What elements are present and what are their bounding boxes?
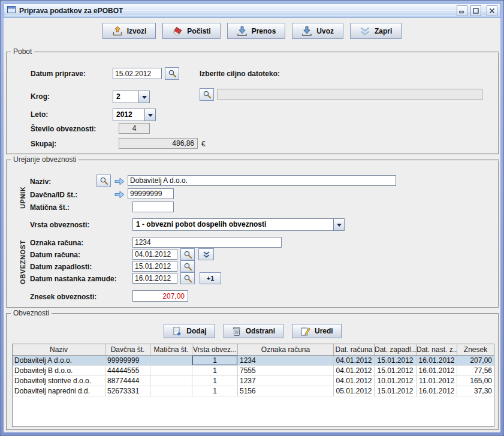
cell-davcna[interactable]: 88774444 (105, 376, 150, 386)
minimize-icon (459, 8, 465, 14)
cell-maticna[interactable] (150, 376, 192, 386)
app-icon (7, 5, 16, 17)
target-file-lookup-button[interactable] (200, 88, 214, 101)
znesek-input[interactable] (132, 290, 188, 302)
izvozi-label: Izvozi (127, 27, 147, 35)
column-header-dat-racuna[interactable]: Dat. računa (334, 344, 375, 355)
close-button[interactable] (487, 5, 497, 16)
cell-naziv[interactable]: Dobavitelj B d.o.o. (13, 366, 105, 376)
table-row[interactable]: Dobavitelj napredni d.d. 52673331 1 5156… (13, 386, 494, 396)
naziv-lookup-button[interactable] (96, 175, 111, 187)
table-row[interactable]: Dobavitelj storitve d.o.o. 88774444 1 12… (13, 376, 494, 386)
cell-znesek[interactable]: 207,00 (457, 356, 494, 366)
cell-naziv[interactable]: Dobavitelj storitve d.o.o. (13, 376, 105, 386)
stevilo-obveznosti-field (119, 123, 150, 134)
cell-dat-zapadl[interactable]: 10.01.2012 (375, 376, 417, 386)
naziv-input[interactable] (128, 175, 396, 186)
odstrani-button[interactable]: Odstrani (224, 324, 283, 338)
datum-zapadlosti-input[interactable] (132, 261, 177, 272)
obveznost-vertical-label: OBVEZNOST (19, 240, 26, 284)
cell-maticna[interactable] (150, 356, 192, 366)
cell-znesek[interactable]: 77,56 (457, 366, 494, 376)
vrsta-obveznosti-select[interactable]: 1 - obvezni pobot dospelih obveznosti (132, 218, 345, 231)
column-header-naziv[interactable]: Naziv (13, 344, 105, 355)
column-header-maticna[interactable]: Matična št. (150, 344, 192, 355)
leto-select[interactable]: 2012 (113, 109, 156, 121)
cell-davcna[interactable]: 99999999 (105, 356, 150, 366)
column-header-dat-nast[interactable]: Dat. nast. z... (417, 344, 457, 355)
column-header-vrsta[interactable]: Vrsta obvez... (192, 344, 238, 355)
cell-dat-racuna[interactable]: 04.01.2012 (334, 366, 375, 376)
skupaj-label: Skupaj: (31, 140, 56, 148)
cell-vrsta[interactable]: 1 (192, 356, 238, 366)
cell-oznaka[interactable]: 1237 (238, 376, 334, 386)
cell-dat-zapadl[interactable]: 15.01.2012 (375, 386, 417, 396)
export-icon (112, 26, 123, 37)
maximize-button[interactable] (470, 5, 481, 16)
pobot-group: Pobot Datum priprave: Izberite ciljno da… (6, 52, 499, 155)
datum-priprave-lookup-button[interactable] (165, 67, 179, 80)
uvoz-button[interactable]: Uvoz (292, 23, 343, 39)
cell-vrsta[interactable]: 1 (192, 386, 238, 396)
cell-davcna[interactable]: 44444555 (105, 366, 150, 376)
cell-vrsta[interactable]: 1 (192, 366, 238, 376)
krog-select[interactable]: 2 (113, 91, 150, 103)
cell-dat-racuna[interactable]: 04.01.2012 (334, 356, 375, 366)
magnifier-icon (183, 250, 192, 259)
maticna-input[interactable] (132, 202, 174, 212)
trash-icon (232, 326, 242, 336)
cell-oznaka[interactable]: 5156 (238, 386, 334, 396)
cell-dat-nast[interactable]: 16.01.2012 (417, 356, 457, 366)
column-header-dat-zapadl[interactable]: Dat. zapadl... (375, 344, 417, 355)
datum-zapadlosti-label: Datum zapadlosti: (30, 263, 92, 271)
minimize-button[interactable] (457, 5, 467, 16)
cell-maticna[interactable] (150, 366, 192, 376)
datum-zamude-lookup-button[interactable] (180, 272, 195, 284)
cell-dat-zapadl[interactable]: 15.01.2012 (375, 356, 417, 366)
datum-priprave-input[interactable] (113, 68, 162, 79)
table-header: Naziv Davčna št. Matična št. Vrsta obvez… (13, 344, 494, 356)
cell-maticna[interactable] (150, 386, 192, 396)
cell-dat-nast[interactable]: 16.01.2012 (417, 386, 457, 396)
datum-racuna-label: Datum računa: (30, 251, 80, 259)
column-header-oznaka[interactable]: Oznaka računa (238, 344, 334, 355)
cell-dat-nast[interactable]: 11.01.2012 (417, 376, 457, 386)
cell-dat-zapadl[interactable]: 15.01.2012 (375, 366, 417, 376)
column-header-znesek[interactable]: Znesek (457, 344, 494, 355)
uredi-button[interactable]: Uredi (292, 324, 342, 338)
pocisti-button[interactable]: Počisti (162, 23, 220, 39)
table-actions: Dodaj Odstrani Uredi (7, 324, 498, 338)
davcna-input[interactable] (128, 188, 174, 199)
cell-dat-racuna[interactable]: 05.01.2012 (334, 386, 375, 396)
datum-racuna-input[interactable] (132, 249, 177, 260)
table-row[interactable]: Dobavitelj B d.o.o. 44444555 1 7555 04.0… (13, 366, 494, 376)
target-file-input[interactable] (218, 89, 482, 100)
close-icon (489, 8, 495, 14)
oznaka-racuna-input[interactable] (132, 237, 282, 248)
vrsta-obveznosti-value: 1 - obvezni pobot dospelih obveznosti (133, 219, 333, 230)
cell-oznaka[interactable]: 1234 (238, 356, 334, 366)
pocisti-label: Počisti (187, 27, 210, 35)
datum-zamude-input[interactable] (132, 273, 177, 284)
table-row[interactable]: Dobavitelj A d.o.o. 99999999 1 1234 04.0… (13, 356, 494, 366)
plus-one-button[interactable]: +1 (200, 272, 221, 284)
datum-racuna-lookup-button[interactable] (180, 248, 195, 260)
cell-naziv[interactable]: Dobavitelj napredni d.d. (13, 386, 105, 396)
cell-znesek[interactable]: 37,30 (457, 386, 494, 396)
cell-vrsta[interactable]: 1 (192, 376, 238, 386)
cell-dat-nast[interactable]: 16.01.2012 (417, 366, 457, 376)
cell-dat-racuna[interactable]: 04.01.2012 (334, 376, 375, 386)
double-chevron-down-icon (203, 251, 210, 258)
prenos-button[interactable]: Prenos (227, 23, 286, 39)
zapri-button[interactable]: Zapri (350, 23, 402, 39)
datum-racuna-expand-button[interactable] (198, 248, 214, 260)
datum-zapadlosti-lookup-button[interactable] (180, 260, 195, 272)
cell-naziv[interactable]: Dobavitelj A d.o.o. (13, 356, 105, 366)
cell-oznaka[interactable]: 7555 (238, 366, 334, 376)
column-header-davcna[interactable]: Davčna št. (105, 344, 150, 355)
izvozi-button[interactable]: Izvozi (102, 23, 156, 39)
cell-znesek[interactable]: 165,00 (457, 376, 494, 386)
prenos-label: Prenos (252, 27, 276, 35)
cell-davcna[interactable]: 52673331 (105, 386, 150, 396)
dodaj-button[interactable]: Dodaj (164, 324, 215, 338)
